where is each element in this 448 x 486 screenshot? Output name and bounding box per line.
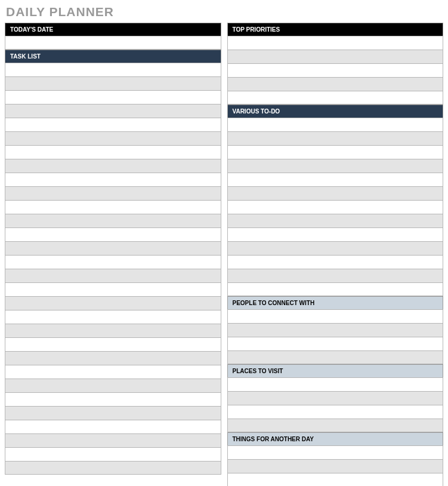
- task-row[interactable]: [5, 324, 221, 337]
- places-row[interactable]: [227, 377, 444, 391]
- task-row[interactable]: [5, 310, 221, 324]
- various-todo-section: VARIOUS TO-DO: [227, 104, 444, 296]
- task-row[interactable]: [5, 392, 221, 406]
- people-to-connect-header: PEOPLE TO CONNECT WITH: [227, 296, 444, 309]
- priority-row[interactable]: [227, 77, 444, 91]
- task-row[interactable]: [5, 461, 221, 475]
- task-row[interactable]: [5, 379, 221, 392]
- todo-row[interactable]: [227, 227, 444, 241]
- task-row[interactable]: [5, 173, 221, 186]
- todo-row[interactable]: [227, 159, 444, 173]
- places-to-visit-header: PLACES TO VISIT: [227, 364, 444, 377]
- todo-row[interactable]: [227, 282, 444, 296]
- priority-row[interactable]: [227, 91, 444, 104]
- places-row[interactable]: [227, 391, 444, 405]
- places-to-visit-section: PLACES TO VISIT: [227, 364, 444, 432]
- task-row[interactable]: [5, 255, 221, 269]
- task-row[interactable]: [5, 337, 221, 351]
- todo-row[interactable]: [227, 241, 444, 255]
- top-priorities-section: TOP PRIORITIES: [227, 23, 444, 104]
- todo-row[interactable]: [227, 269, 444, 282]
- todo-row[interactable]: [227, 145, 444, 159]
- todo-row[interactable]: [227, 118, 444, 131]
- task-row[interactable]: [5, 90, 221, 104]
- todays-date-row[interactable]: [5, 36, 221, 50]
- page-title: DAILY PLANNER: [6, 5, 443, 19]
- people-to-connect-section: PEOPLE TO CONNECT WITH: [227, 296, 444, 364]
- task-row[interactable]: [5, 200, 221, 214]
- task-row[interactable]: [5, 433, 221, 447]
- another-day-row[interactable]: [227, 459, 444, 473]
- todo-row[interactable]: [227, 131, 444, 145]
- task-row[interactable]: [5, 351, 221, 365]
- places-row[interactable]: [227, 405, 444, 419]
- todo-row[interactable]: [227, 173, 444, 186]
- task-row[interactable]: [5, 227, 221, 241]
- places-row[interactable]: [227, 419, 444, 432]
- people-row[interactable]: [227, 350, 444, 364]
- priority-row[interactable]: [227, 36, 444, 50]
- things-another-day-section: THINGS FOR ANOTHER DAY: [227, 432, 444, 486]
- task-row[interactable]: [5, 131, 221, 145]
- todo-row[interactable]: [227, 255, 444, 269]
- task-row[interactable]: [5, 186, 221, 200]
- task-row[interactable]: [5, 159, 221, 173]
- various-todo-header: VARIOUS TO-DO: [227, 104, 444, 118]
- people-row[interactable]: [227, 323, 444, 337]
- task-row[interactable]: [5, 296, 221, 310]
- task-row[interactable]: [5, 269, 221, 282]
- planner-columns: TODAY'S DATE TASK LIST: [5, 23, 443, 486]
- task-row[interactable]: [5, 104, 221, 118]
- things-another-day-header: THINGS FOR ANOTHER DAY: [227, 432, 444, 445]
- todo-row[interactable]: [227, 186, 444, 200]
- task-row[interactable]: [5, 282, 221, 296]
- task-row[interactable]: [5, 406, 221, 420]
- task-row[interactable]: [5, 118, 221, 131]
- another-day-row[interactable]: [227, 445, 444, 459]
- people-row[interactable]: [227, 309, 444, 323]
- todays-date-section: TODAY'S DATE: [5, 23, 221, 50]
- top-priorities-header: TOP PRIORITIES: [227, 23, 444, 36]
- todo-row[interactable]: [227, 214, 444, 227]
- task-row[interactable]: [5, 241, 221, 255]
- task-row[interactable]: [5, 447, 221, 461]
- left-column: TODAY'S DATE TASK LIST: [5, 23, 221, 486]
- priority-row[interactable]: [227, 63, 444, 77]
- task-row[interactable]: [5, 76, 221, 90]
- task-list-section: TASK LIST: [5, 50, 221, 475]
- another-day-row[interactable]: [227, 473, 444, 486]
- todo-row[interactable]: [227, 200, 444, 214]
- task-row[interactable]: [5, 365, 221, 379]
- right-column: TOP PRIORITIES VARIOUS TO-DO PEOPLE TO C: [227, 23, 444, 486]
- task-row[interactable]: [5, 63, 221, 76]
- people-row[interactable]: [227, 337, 444, 350]
- todays-date-header: TODAY'S DATE: [5, 23, 221, 36]
- task-row[interactable]: [5, 214, 221, 227]
- priority-row[interactable]: [227, 50, 444, 63]
- task-row[interactable]: [5, 420, 221, 433]
- task-list-header: TASK LIST: [5, 50, 221, 63]
- task-row[interactable]: [5, 145, 221, 159]
